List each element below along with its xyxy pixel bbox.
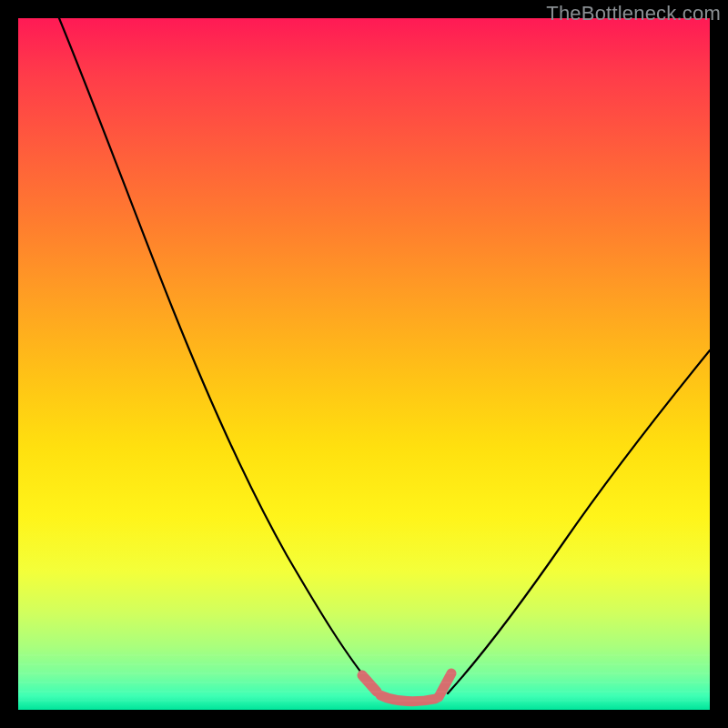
left-curve (59, 18, 375, 690)
bottom-striations (18, 655, 710, 701)
outer-frame: TheBottleneck.com (0, 0, 728, 728)
watermark-text: TheBottleneck.com (546, 2, 721, 25)
curve-layer (18, 18, 710, 710)
plot-area (18, 18, 710, 710)
right-curve (448, 350, 710, 693)
bottom-marks (362, 673, 451, 702)
